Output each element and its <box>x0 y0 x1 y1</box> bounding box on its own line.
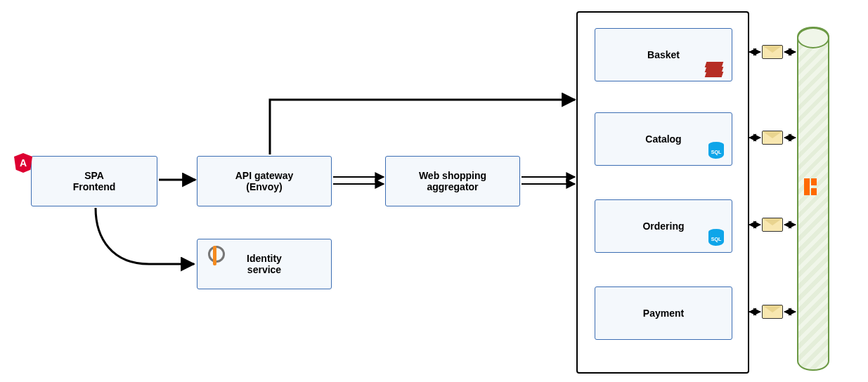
catalog-label: Catalog <box>645 133 681 145</box>
rabbitmq-icon <box>804 178 822 197</box>
identity-service-label: Identity service <box>247 253 282 275</box>
aggregator-label: Web shopping aggregator <box>419 170 486 192</box>
openid-icon <box>208 246 225 263</box>
payment-service-node: Payment <box>595 286 732 340</box>
sql-icon: SQL <box>708 229 724 247</box>
angular-icon: A <box>14 153 32 173</box>
sql-icon: SQL <box>708 142 724 160</box>
envelope-icon <box>762 305 783 319</box>
envelope-icon <box>762 45 783 59</box>
ordering-label: Ordering <box>642 220 684 232</box>
basket-label: Basket <box>647 49 680 60</box>
spa-frontend-label: SPA Frontend <box>73 170 116 192</box>
api-gateway-label: API gateway (Envoy) <box>235 170 293 192</box>
api-gateway-node: API gateway (Envoy) <box>197 156 332 206</box>
redis-icon <box>706 62 723 77</box>
spa-frontend-node: SPA Frontend <box>31 156 157 206</box>
envelope-icon <box>762 131 783 145</box>
envelope-icon <box>762 218 783 232</box>
event-bus-cylinder <box>797 27 829 371</box>
payment-label: Payment <box>643 308 684 319</box>
aggregator-node: Web shopping aggregator <box>385 156 520 206</box>
